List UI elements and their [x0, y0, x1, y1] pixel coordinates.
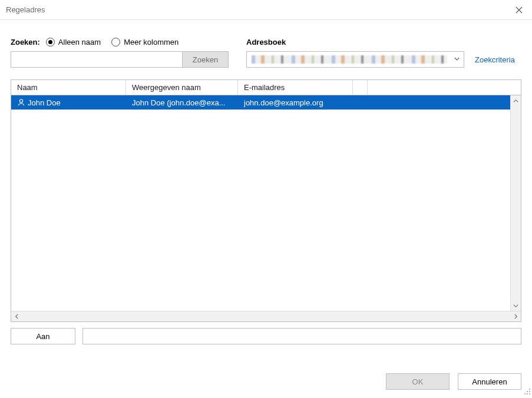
svg-point-3: [529, 391, 530, 392]
column-header-display-name[interactable]: Weergegeven naam: [126, 80, 238, 95]
column-header-email[interactable]: E-mailadres: [238, 80, 353, 95]
to-button[interactable]: Aan: [11, 328, 75, 344]
title-bar: Regeladres: [0, 0, 532, 20]
addressbook-dropdown[interactable]: [246, 51, 464, 68]
svg-point-0: [19, 100, 22, 102]
addressbook-selected-obscured: [252, 55, 447, 64]
window-title: Regeladres: [6, 5, 45, 14]
search-criteria-link[interactable]: Zoekcriteria: [475, 55, 515, 64]
scroll-right-icon[interactable]: [510, 313, 521, 320]
scroll-up-icon[interactable]: [511, 95, 521, 106]
search-label: Zoeken:: [11, 38, 40, 47]
column-header-empty-1[interactable]: [353, 80, 368, 95]
cancel-button[interactable]: Annuleren: [458, 373, 521, 390]
to-input[interactable]: [82, 328, 521, 344]
ok-button[interactable]: OK: [386, 373, 450, 390]
person-icon: [17, 98, 25, 107]
cell-name: John Doe: [28, 98, 61, 107]
cell-email: john.doe@example.org: [240, 98, 521, 107]
vertical-scrollbar[interactable]: [510, 95, 521, 311]
svg-point-5: [527, 393, 528, 394]
search-input[interactable]: [11, 51, 183, 68]
scroll-down-icon[interactable]: [511, 300, 521, 311]
radio-more-columns[interactable]: Meer kolommen: [111, 38, 179, 47]
addressbook-label: Adresboek: [246, 38, 286, 47]
scroll-left-icon[interactable]: [11, 313, 22, 320]
dialog-content: Zoeken: Alleen naam Meer kolommen Zoeken: [0, 20, 532, 354]
radio-more-columns-label: Meer kolommen: [124, 38, 179, 47]
horizontal-scrollbar[interactable]: [11, 311, 521, 321]
svg-point-4: [524, 393, 526, 394]
svg-point-6: [529, 393, 530, 394]
table-row[interactable]: John Doe John Doe (john.doe@exa... john.…: [11, 95, 521, 110]
svg-point-2: [527, 391, 528, 392]
column-header-empty-2[interactable]: [368, 80, 521, 95]
search-button[interactable]: Zoeken: [183, 51, 229, 68]
cell-display-name: John Doe (john.doe@exa...: [128, 98, 240, 107]
column-header-name[interactable]: Naam: [11, 80, 126, 95]
resize-grip-icon[interactable]: [523, 387, 531, 397]
svg-point-1: [529, 389, 530, 390]
chevron-down-icon: [454, 55, 460, 64]
radio-only-name-label: Alleen naam: [58, 38, 101, 47]
results-table: Naam Weergegeven naam E-mailadres John D…: [11, 79, 521, 322]
close-icon[interactable]: [512, 3, 526, 17]
radio-only-name[interactable]: Alleen naam: [46, 38, 101, 47]
